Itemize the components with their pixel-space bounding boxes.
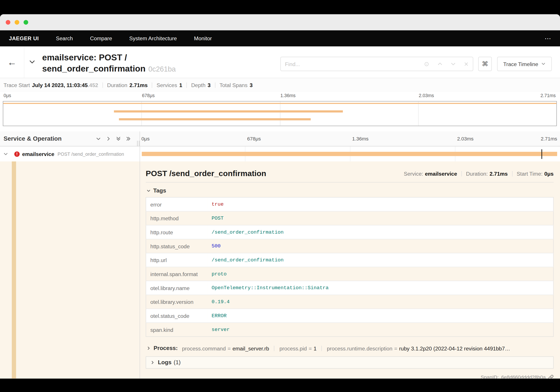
span-id-value: 6e8d660dddd28b0a (501, 374, 546, 379)
window-titlebar (0, 14, 560, 30)
tick-label: 2.71ms (540, 93, 556, 98)
clear-search-x-icon[interactable] (460, 57, 473, 71)
brand-logo[interactable]: JAEGER UI (9, 35, 39, 41)
process-value: ruby 3.1.2p20 (2022-04-12 revision 4491b… (399, 345, 510, 351)
trace-view-selector[interactable]: Trace Timeline (497, 57, 552, 71)
trace-title-line1: emailservice: POST / (42, 52, 127, 62)
equals-sign: = (394, 345, 397, 351)
tag-value: proto (207, 267, 553, 281)
duration-label: Duration (107, 82, 127, 88)
back-button[interactable]: ← (0, 46, 24, 78)
process-key: process.pid (280, 345, 307, 351)
nav-item-compare[interactable]: Compare (90, 35, 112, 41)
nav-item-search[interactable]: Search (56, 35, 73, 41)
tag-row: http.route/send_order_confirmation (146, 225, 553, 239)
keyboard-shortcuts-button[interactable]: ⌘ (478, 57, 492, 71)
command-icon: ⌘ (482, 60, 488, 68)
minimap-tick-labels: 0μs 678μs 1.36ms 2.03ms 2.71ms (3, 93, 557, 100)
tag-key: http.url (146, 253, 207, 267)
tag-row: errortrue (146, 197, 553, 211)
expand-one-chevron-right-icon[interactable] (106, 136, 111, 141)
span-row: ! emailservice POST /send_order_confirma… (0, 146, 560, 161)
nav-item-system-architecture[interactable]: System Architecture (129, 35, 177, 41)
span-row-label[interactable]: ! emailservice POST /send_order_confirma… (0, 146, 140, 161)
minimap-canvas[interactable] (3, 101, 557, 126)
tag-row: otel.status_codeERROR (146, 309, 553, 323)
span-bar[interactable] (142, 152, 557, 156)
tag-row: http.url/send_order_confirmation (146, 253, 553, 267)
timeline-grid-header: Service & Operation (0, 131, 560, 147)
trace-collapse-chevron-icon[interactable] (29, 58, 36, 67)
divider (152, 82, 152, 88)
timeline-tick-header: 0μs 678μs 1.36ms 2.03ms 2.71ms (140, 131, 560, 146)
tag-row: span.kindserver (146, 323, 553, 337)
tags-section-toggle[interactable]: Tags (146, 186, 166, 195)
span-detail-panel: POST /send_order_confirmation Service: e… (0, 161, 560, 379)
divider (512, 171, 512, 176)
minimap-span-bar (119, 118, 311, 120)
tick-label: 2.03ms (419, 93, 434, 98)
process-key: process.command (182, 345, 226, 351)
service-color-stripe (12, 161, 16, 379)
minimize-button[interactable] (15, 20, 19, 24)
process-section-toggle[interactable]: Process: process.command = email_server.… (146, 344, 553, 353)
span-children-chevron-down-icon[interactable] (3, 151, 8, 156)
span-detail-content: POST /send_order_confirmation Service: e… (146, 161, 553, 379)
tag-value: /send_order_confirmation (207, 225, 553, 239)
chevron-down-icon (146, 189, 151, 193)
tick-label: 678μs (247, 136, 261, 141)
tag-value: 0.19.4 (207, 295, 553, 309)
tag-key: internal.span.format (146, 267, 207, 281)
next-result-chevron-down-icon[interactable] (447, 57, 460, 71)
tag-value: OpenTelemetry::Instrumentation::Sinatra (207, 281, 553, 295)
trace-title-line2: send_order_confirmation (42, 64, 146, 73)
panel-resize-grip[interactable] (137, 141, 139, 146)
span-marker (542, 149, 542, 159)
span-service-name: emailservice (22, 151, 54, 157)
trace-view-label: Trace Timeline (503, 61, 538, 67)
divider (215, 82, 215, 88)
divider (187, 82, 187, 88)
services-value: 1 (179, 82, 182, 88)
duration-label: Duration: (466, 171, 488, 177)
service-label: Service: (404, 171, 423, 177)
service-value: emailservice (425, 171, 457, 177)
duration-value: 2.71ms (490, 171, 508, 177)
prev-result-chevron-up-icon[interactable] (433, 57, 446, 71)
depth-value: 3 (208, 82, 211, 88)
start-time-label: Start Time: (517, 171, 542, 177)
tick-label: 0μs (3, 93, 11, 98)
total-spans-label: Total Spans (220, 82, 247, 88)
process-value: email_server.rb (232, 345, 269, 351)
divider (274, 346, 275, 351)
trace-header: ← emailservice: POST / send_order_confir… (0, 46, 560, 78)
tag-key: otel.library.name (146, 281, 207, 295)
span-row-timeline (140, 146, 560, 161)
logs-section-toggle[interactable]: Logs (1) (146, 356, 553, 369)
app-window: JAEGER UI Search Compare System Architec… (0, 14, 560, 378)
tag-key: otel.library.version (146, 295, 207, 309)
tag-key: http.status_code (146, 239, 207, 253)
tag-value: ERROR (207, 309, 553, 323)
zoom-button[interactable] (24, 20, 28, 24)
deep-link-icon[interactable] (548, 374, 553, 379)
expand-all-double-chevron-right-icon[interactable] (126, 136, 131, 141)
locate-icon[interactable] (420, 57, 433, 71)
minimap-gridline (141, 101, 142, 126)
duration-value: 2.71ms (130, 82, 148, 88)
process-value: 1 (313, 345, 317, 351)
close-button[interactable] (6, 20, 10, 24)
find-input[interactable] (281, 57, 420, 71)
nav-item-monitor[interactable]: Monitor (194, 35, 212, 41)
collapse-one-chevron-down-icon[interactable] (96, 136, 101, 141)
trace-start-label: Trace Start (3, 82, 30, 88)
tag-value: server (207, 323, 553, 337)
overflow-menu-icon[interactable]: ⋯ (545, 35, 551, 41)
collapse-all-double-chevron-down-icon[interactable] (116, 136, 121, 141)
span-detail-title: POST /send_order_confirmation (146, 169, 266, 178)
logs-count: (1) (174, 359, 181, 365)
services-label: Services (157, 82, 177, 88)
trace-meta-bar: Trace Start July 14 2023, 11:03:45.452 D… (0, 78, 560, 92)
tag-value: 500 (207, 239, 553, 253)
minimap-span-bar (3, 103, 557, 104)
